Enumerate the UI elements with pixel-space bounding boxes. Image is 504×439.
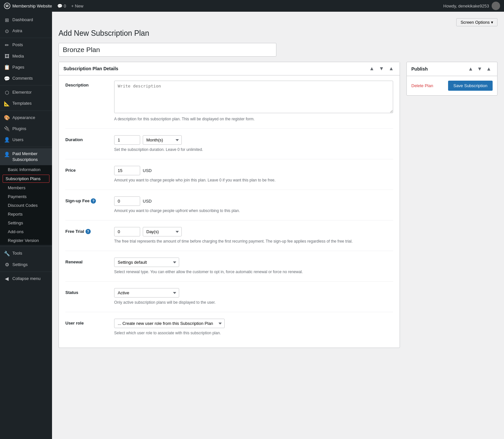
- metabox-title: Subscription Plan Details: [63, 66, 118, 71]
- sidebar-item-label: Settings: [12, 262, 28, 268]
- submenu-item-payments[interactable]: Payments: [0, 192, 52, 201]
- sidebar-divider-2: [0, 85, 52, 86]
- free-trial-input-group: Day(s) Week(s) Month(s) Year(s): [114, 227, 393, 236]
- user-avatar[interactable]: [492, 2, 500, 10]
- free-trial-help-icon[interactable]: ?: [86, 229, 91, 234]
- submenu-item-settings[interactable]: Settings: [0, 219, 52, 227]
- metabox-toggle-button[interactable]: ▲: [387, 65, 395, 72]
- screen-options-button[interactable]: Screen Options ▾: [456, 18, 497, 26]
- renewal-select[interactable]: Settings default Allow customer opt-in F…: [114, 258, 179, 267]
- sidebar-item-label: Plugins: [12, 126, 26, 132]
- user-role-label: User role: [65, 319, 108, 336]
- layout: ⊞ Dashboard ⊙ Astra ✏ Posts 🖼 Media 📋 Pa…: [0, 12, 504, 439]
- new-link[interactable]: + New: [71, 4, 83, 8]
- elementor-icon: ⬡: [4, 89, 10, 95]
- metabox-collapse-down-button[interactable]: ▼: [378, 65, 385, 72]
- site-name-text[interactable]: Membership Website: [12, 4, 52, 8]
- sidebar-item-tools[interactable]: 🔧 Tools: [0, 248, 52, 259]
- form-row-user-role: User role ... Create new user role from …: [65, 319, 393, 342]
- price-field: USD Amount you want to charge people who…: [114, 166, 393, 183]
- plan-name-input[interactable]: [59, 43, 276, 57]
- collapse-icon: ◀: [4, 276, 10, 282]
- status-label: Status: [65, 288, 108, 305]
- free-trial-unit-select[interactable]: Day(s) Week(s) Month(s) Year(s): [143, 227, 182, 236]
- sidebar: ⊞ Dashboard ⊙ Astra ✏ Posts 🖼 Media 📋 Pa…: [0, 12, 52, 439]
- sidebar-divider-5: [0, 246, 52, 246]
- price-currency: USD: [143, 168, 152, 173]
- publish-collapse-up-button[interactable]: ▲: [467, 65, 474, 73]
- publish-body: Delete Plan Save Subscription: [407, 76, 497, 95]
- submenu-item-reports[interactable]: Reports: [0, 210, 52, 219]
- metabox-body: Description A description for this subsc…: [59, 75, 400, 348]
- sidebar-divider-4: [0, 147, 52, 147]
- signup-fee-input[interactable]: [114, 196, 140, 206]
- free-trial-label: Free Trial ?: [65, 227, 108, 244]
- posts-icon: ✏: [4, 42, 10, 48]
- sidebar-item-settings[interactable]: ⚙ Settings: [0, 259, 52, 270]
- publish-collapse-down-button[interactable]: ▼: [476, 65, 484, 73]
- subscription-plan-details-metabox: Subscription Plan Details ▲ ▼ ▲ Descript…: [59, 62, 400, 348]
- sidebar-divider-6: [0, 272, 52, 272]
- metabox-controls: ▲ ▼ ▲: [368, 65, 395, 72]
- free-trial-input[interactable]: [114, 227, 140, 236]
- appearance-icon: 🎨: [4, 115, 10, 121]
- sidebar-item-comments[interactable]: 💬 Comments: [0, 73, 52, 84]
- sidebar-item-elementor[interactable]: ⬡ Elementor: [0, 87, 52, 98]
- signup-fee-help: Amount you want to charge people upfront…: [114, 208, 393, 214]
- signup-fee-help-icon[interactable]: ?: [91, 198, 96, 204]
- sidebar-item-posts[interactable]: ✏ Posts: [0, 39, 52, 50]
- comments-icon: 💬: [4, 75, 10, 81]
- sidebar-item-label: Templates: [12, 100, 32, 106]
- sidebar-item-templates[interactable]: 📐 Templates: [0, 98, 52, 109]
- delete-plan-link[interactable]: Delete Plan: [411, 83, 433, 88]
- wp-logo-link[interactable]: W Membership Website: [4, 3, 52, 9]
- publish-toggle-button[interactable]: ▲: [485, 65, 493, 73]
- sidebar-item-paid-member-subscriptions[interactable]: 👤 Paid Member Subscriptions: [0, 148, 52, 165]
- sidebar-item-dashboard[interactable]: ⊞ Dashboard: [0, 14, 52, 25]
- sidebar-item-astra[interactable]: ⊙ Astra: [0, 25, 52, 36]
- submenu-item-basic-information[interactable]: Basic Information: [0, 165, 52, 174]
- sidebar-item-pages[interactable]: 📋 Pages: [0, 62, 52, 73]
- plugins-icon: 🔌: [4, 126, 10, 132]
- user-role-select[interactable]: ... Create new user role from this Subsc…: [114, 319, 225, 328]
- screen-options-chevron-icon: ▾: [491, 20, 493, 25]
- sidebar-panel: Publish ▲ ▼ ▲ Delete Plan Save Subscript…: [406, 62, 497, 96]
- sidebar-item-media[interactable]: 🖼 Media: [0, 51, 52, 62]
- duration-input[interactable]: [114, 135, 140, 145]
- submenu-item-subscription-plans[interactable]: Subscription Plans: [3, 175, 49, 183]
- submenu-item-register-version[interactable]: Register Version: [0, 236, 52, 245]
- submenu-item-members[interactable]: Members: [0, 183, 52, 192]
- sidebar-item-label: Appearance: [12, 115, 35, 121]
- signup-fee-label: Sign-up Fee ?: [65, 196, 108, 214]
- settings-icon: ⚙: [4, 262, 10, 268]
- tools-icon: 🔧: [4, 251, 10, 257]
- price-label: Price: [65, 166, 108, 183]
- description-textarea[interactable]: [114, 81, 393, 113]
- sidebar-item-label: Comments: [12, 75, 33, 81]
- save-subscription-button[interactable]: Save Subscription: [448, 81, 493, 91]
- renewal-help: Select renewal type. You can either allo…: [114, 269, 393, 275]
- price-input[interactable]: [114, 166, 140, 175]
- status-select[interactable]: Active Inactive: [114, 288, 179, 298]
- sidebar-item-collapse[interactable]: ◀ Collapse menu: [0, 273, 52, 284]
- sidebar-item-users[interactable]: 👤 Users: [0, 134, 52, 145]
- comments-link[interactable]: 💬 0: [57, 4, 66, 8]
- submenu-item-discount-codes[interactable]: Discount Codes: [0, 201, 52, 210]
- signup-fee-field: USD Amount you want to charge people upf…: [114, 196, 393, 214]
- sidebar-item-label: Collapse menu: [12, 276, 41, 282]
- submenu-item-add-ons[interactable]: Add-ons: [0, 227, 52, 236]
- status-help: Only active subscription plans will be d…: [114, 299, 393, 305]
- pages-icon: 📋: [4, 64, 10, 70]
- sidebar-item-appearance[interactable]: 🎨 Appearance: [0, 112, 52, 123]
- metabox-collapse-up-button[interactable]: ▲: [368, 65, 376, 72]
- sidebar-divider-1: [0, 38, 52, 38]
- sidebar-item-plugins[interactable]: 🔌 Plugins: [0, 123, 52, 134]
- duration-unit-select[interactable]: Day(s) Week(s) Month(s) Year(s): [143, 135, 182, 145]
- user-role-field: ... Create new user role from this Subsc…: [114, 319, 393, 336]
- pms-icon: 👤: [4, 151, 10, 157]
- sidebar-item-label: Dashboard: [12, 17, 33, 23]
- price-help: Amount you want to charge people who joi…: [114, 177, 393, 183]
- sidebar-item-label: Astra: [12, 28, 22, 34]
- form-row-price: Price USD Amount you want to charge peop…: [65, 166, 393, 190]
- publish-controls: ▲ ▼ ▲: [467, 65, 493, 73]
